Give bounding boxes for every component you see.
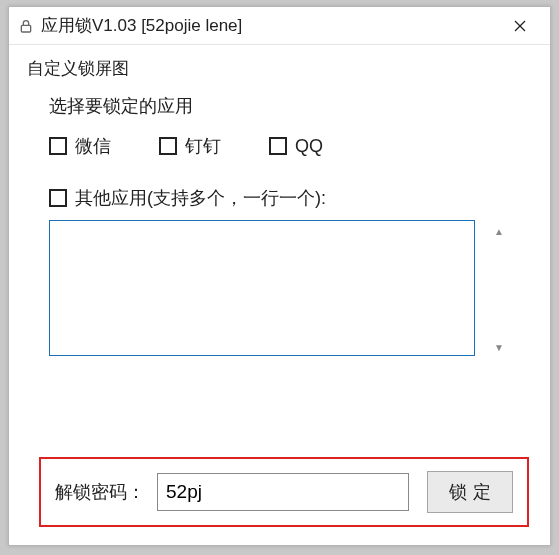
app-checkbox-row: 微信 钉钉 QQ [49, 134, 532, 158]
main-window: 应用锁V1.03 [52pojie lene] 自定义锁屏图 选择要锁定的应用 … [8, 6, 551, 546]
password-input[interactable] [157, 473, 409, 511]
password-label: 解锁密码： [55, 480, 145, 504]
checkbox-label: 微信 [75, 134, 111, 158]
other-apps-textarea[interactable] [49, 220, 475, 356]
checkbox-label: 钉钉 [185, 134, 221, 158]
lock-button[interactable]: 锁定 [427, 471, 513, 513]
close-button[interactable] [500, 12, 540, 40]
other-apps-textarea-wrap: ▲ ▼ [49, 220, 510, 360]
client-area: 自定义锁屏图 选择要锁定的应用 微信 钉钉 QQ 其他应用(支持多个，一行一个)… [9, 45, 550, 378]
other-apps-label: 其他应用(支持多个，一行一个): [75, 186, 326, 210]
checkbox-label: QQ [295, 136, 323, 157]
checkbox-dingding[interactable]: 钉钉 [159, 134, 221, 158]
titlebar: 应用锁V1.03 [52pojie lene] [9, 7, 550, 45]
scroll-down-icon: ▼ [490, 338, 508, 356]
window-title: 应用锁V1.03 [52pojie lene] [41, 14, 500, 37]
checkbox-box-icon [269, 137, 287, 155]
lock-app-icon [17, 17, 35, 35]
checkbox-other-apps[interactable]: 其他应用(支持多个，一行一个): [49, 186, 532, 210]
select-apps-label: 选择要锁定的应用 [49, 94, 532, 118]
checkbox-qq[interactable]: QQ [269, 134, 323, 158]
checkbox-box-icon [159, 137, 177, 155]
unlock-password-area: 解锁密码： 锁定 [39, 457, 529, 527]
checkbox-box-icon [49, 189, 67, 207]
checkbox-wechat[interactable]: 微信 [49, 134, 111, 158]
svg-rect-0 [21, 25, 30, 32]
checkbox-box-icon [49, 137, 67, 155]
custom-lock-section-label: 自定义锁屏图 [27, 57, 532, 80]
scroll-up-icon: ▲ [490, 222, 508, 240]
